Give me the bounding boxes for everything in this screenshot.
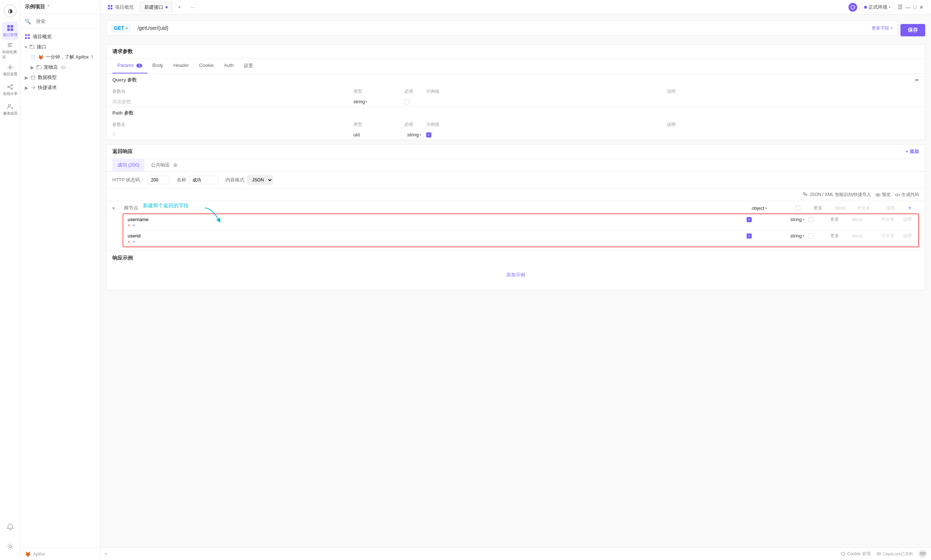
share-icon bbox=[6, 83, 14, 91]
more-fields-link[interactable]: 更多字段 > bbox=[872, 25, 893, 31]
method-chevron-icon: ▾ bbox=[126, 26, 128, 30]
name-input[interactable] bbox=[189, 175, 218, 185]
nav-item-quick-request[interactable]: ▶ 快捷请求 bbox=[20, 83, 100, 93]
content-type-select[interactable]: JSON XML HTML bbox=[247, 175, 273, 185]
svg-rect-19 bbox=[25, 37, 27, 39]
query-param-name-input[interactable] bbox=[112, 99, 354, 105]
nav-footer-label: Apifox bbox=[33, 552, 45, 557]
root-add-field-button[interactable]: + bbox=[908, 205, 919, 211]
root-mock[interactable]: Mock bbox=[836, 205, 857, 211]
response-tab-public-label: 公共响应 bbox=[151, 162, 170, 168]
userid-field-input[interactable] bbox=[128, 233, 746, 238]
userid-delete-icon[interactable]: × bbox=[128, 239, 131, 245]
status-code-input[interactable] bbox=[148, 175, 169, 185]
add-response-button[interactable]: + 添加 bbox=[906, 148, 919, 155]
add-example-button[interactable]: 添加示例 bbox=[506, 272, 525, 277]
nav-item-overview[interactable]: 项目概览 bbox=[20, 32, 100, 42]
svg-rect-26 bbox=[108, 5, 110, 7]
top-right-bar: 正式环境 ▾ ☰ — □ ✕ bbox=[844, 2, 928, 12]
tab-params[interactable]: Params 1 bbox=[112, 59, 147, 74]
nav-folder-chevron-icon: ▾ bbox=[25, 45, 27, 50]
username-type-selector[interactable]: string ▾ bbox=[790, 217, 808, 222]
nav-item-apifox-intro[interactable]: 📄 🦊 一分钟，了解 Apifox ！ bbox=[20, 52, 100, 62]
username-more[interactable]: 更多 bbox=[830, 216, 852, 223]
status-code-label: HTTP 状态码： bbox=[112, 177, 145, 183]
menu-icon[interactable]: ☰ bbox=[897, 4, 903, 11]
tab-settings[interactable]: 设置 bbox=[239, 59, 258, 74]
response-tab-success[interactable]: 成功 (200) bbox=[112, 159, 145, 171]
response-tab-public[interactable]: 公共响应 0 bbox=[146, 159, 183, 171]
userid-type-selector[interactable]: string ▾ bbox=[790, 233, 808, 238]
svg-point-7 bbox=[9, 66, 11, 68]
preview-button[interactable]: 预览 bbox=[876, 192, 891, 198]
tab-more-button[interactable]: ··· bbox=[187, 2, 200, 12]
settings-item[interactable] bbox=[2, 537, 18, 555]
close-icon[interactable]: ✕ bbox=[919, 5, 924, 10]
codegen-button[interactable]: 生成代码 bbox=[895, 192, 919, 198]
nav-item-interface[interactable]: ▾ 接口 bbox=[20, 42, 100, 52]
username-more-checkbox[interactable] bbox=[808, 217, 814, 222]
userid-mock[interactable]: Mock bbox=[852, 234, 881, 238]
username-field-input[interactable] bbox=[128, 217, 746, 222]
import-json-xml-button[interactable]: JSON / XML 智能识别/快捷导入 bbox=[803, 192, 871, 198]
username-delete-icon[interactable]: × bbox=[128, 223, 131, 228]
cookie-mgmt-button[interactable]: Cookie 管理 bbox=[840, 551, 871, 557]
svg-point-13 bbox=[8, 105, 11, 106]
invite-icon bbox=[6, 103, 14, 110]
userid-more[interactable]: 更多 bbox=[830, 233, 852, 239]
tab-add-button[interactable]: + bbox=[174, 2, 185, 12]
userid-add-icon[interactable]: + bbox=[133, 239, 135, 245]
minimize-icon[interactable]: — bbox=[906, 5, 911, 10]
root-type-selector[interactable]: object ▾ bbox=[752, 205, 796, 211]
svg-rect-34 bbox=[878, 554, 879, 554]
root-required-checkbox[interactable] bbox=[796, 205, 800, 211]
url-input[interactable] bbox=[137, 25, 868, 31]
tab-header[interactable]: Header bbox=[168, 59, 194, 74]
save-button[interactable]: 保存 bbox=[900, 24, 925, 36]
sidebar-item-share[interactable]: 在线分享 bbox=[2, 81, 18, 99]
query-type-selector[interactable]: string ▾ bbox=[354, 99, 405, 105]
nav-item-data-model[interactable]: ▶ 数据模型 bbox=[20, 72, 100, 83]
collapse-bar-button[interactable]: « bbox=[105, 551, 107, 556]
method-selector[interactable]: GET ▾ bbox=[111, 24, 131, 32]
tab-body[interactable]: Body bbox=[147, 59, 168, 74]
search-icon: 🔍 bbox=[25, 18, 31, 25]
status-code-group: HTTP 状态码： bbox=[112, 175, 169, 185]
restore-icon[interactable]: □ bbox=[914, 5, 916, 10]
path-uid-row: ⠿ uid string ▾ bbox=[106, 130, 925, 140]
collapse-icon[interactable]: ▾ bbox=[112, 205, 124, 211]
userid-more-checkbox[interactable] bbox=[808, 234, 814, 238]
nav-item-petstore[interactable]: ▶ 宠物店 (5) bbox=[20, 62, 100, 72]
userid-field-row: string ▾ 更多 Mock 中文名 说明 × + bbox=[123, 231, 918, 246]
sidebar-item-interface-mgmt[interactable]: 接口管理 bbox=[2, 22, 18, 40]
sidebar-item-project-settings[interactable]: 项目设置 bbox=[2, 61, 18, 79]
edit-icon[interactable]: ✏ bbox=[915, 77, 919, 83]
query-required-checkbox[interactable] bbox=[405, 99, 409, 105]
tab-project-overview[interactable]: 项目概览 bbox=[103, 2, 138, 13]
tab-new-interface[interactable]: 新建接口 bbox=[140, 2, 172, 14]
tab-auth[interactable]: Auth bbox=[219, 59, 239, 74]
query-params-title: Query 参数 ✏ bbox=[106, 74, 925, 86]
root-more[interactable]: 更多 bbox=[814, 205, 836, 211]
sidebar-item-invite[interactable]: 邀请成员 bbox=[2, 100, 18, 118]
path-required-checkbox[interactable] bbox=[426, 132, 431, 137]
nav-item-overview-label: 项目概览 bbox=[33, 34, 52, 40]
svg-rect-35 bbox=[879, 554, 880, 554]
search-input[interactable] bbox=[33, 17, 100, 25]
sidebar-item-auto-test[interactable]: 自动化测试 bbox=[2, 42, 18, 60]
tab-cookie[interactable]: Cookie bbox=[194, 59, 219, 74]
svg-rect-1 bbox=[11, 25, 13, 28]
notification-bell-item[interactable] bbox=[2, 518, 18, 536]
tabs-bar: 项目概览 新建接口 + ··· 正式环境 ▾ bbox=[100, 0, 931, 15]
username-required-checkbox[interactable] bbox=[746, 217, 752, 222]
root-type-chevron-icon: ▾ bbox=[765, 206, 767, 210]
env-selector[interactable]: 正式环境 ▾ bbox=[860, 2, 895, 12]
username-mock[interactable]: Mock bbox=[852, 217, 881, 222]
path-type-selector[interactable]: string ▾ bbox=[407, 132, 426, 137]
svg-point-8 bbox=[11, 85, 13, 86]
status-info: CapsLock已关闭 bbox=[876, 551, 913, 557]
svg-point-16 bbox=[9, 545, 11, 548]
username-add-icon[interactable]: + bbox=[133, 223, 135, 228]
tab-overview-label: 项目概览 bbox=[115, 4, 134, 11]
userid-required-checkbox[interactable] bbox=[746, 234, 752, 238]
